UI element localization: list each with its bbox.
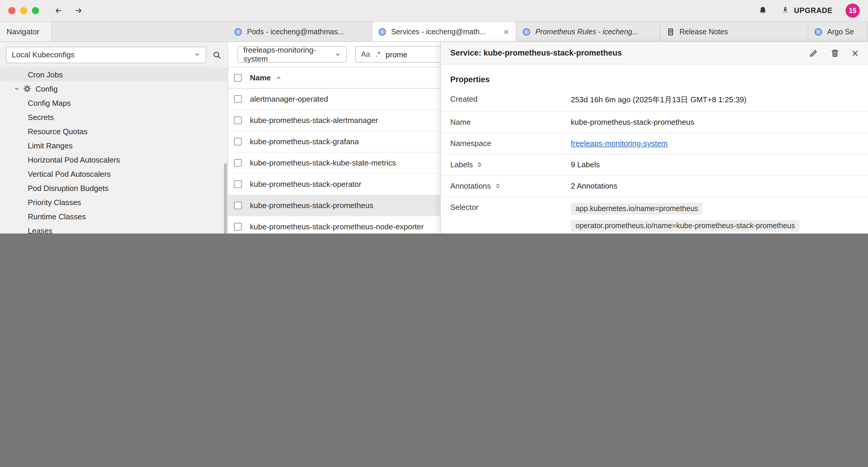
sidebar-item-runtime-classes[interactable]: Runtime Classes [0, 209, 227, 224]
navigator-panel-tab[interactable]: Navigator [0, 22, 52, 41]
sidebar-item-cron-jobs[interactable]: Cron Jobs [0, 67, 227, 82]
kubeconfig-selector[interactable]: Local Kubeconfigs [6, 47, 206, 63]
upgrade-button[interactable]: UPGRADE [780, 6, 833, 16]
namespace-link[interactable]: freeleaps-monitoring-system [571, 139, 668, 148]
detail-value: 9 Labels [571, 160, 859, 169]
row-checkbox[interactable] [234, 223, 242, 231]
tree-label: Resource Quotas [28, 127, 88, 136]
detail-key: Annotations [450, 181, 491, 191]
document-icon [666, 28, 675, 36]
tab-release-notes[interactable]: Release Notes [660, 22, 808, 41]
detail-key: Created [450, 95, 571, 104]
service-name: alertmanager-operated [250, 95, 328, 104]
detail-key: Name [450, 118, 571, 126]
notifications-bell-icon[interactable] [758, 6, 767, 16]
row-checkbox[interactable] [234, 116, 242, 124]
minimize-window-button[interactable] [20, 7, 27, 14]
sidebar-scrollbar[interactable] [224, 163, 227, 233]
kubernetes-icon [378, 28, 386, 36]
namespace-selector-value: freeleaps-monitoring-system [243, 46, 335, 63]
upgrade-label: UPGRADE [794, 6, 833, 15]
tab-services[interactable]: Services - icecheng@math... × [372, 22, 517, 41]
sidebar-item-config[interactable]: Config [0, 82, 227, 96]
sort-ascending-icon [276, 75, 282, 81]
kubernetes-icon [814, 28, 823, 36]
window-controls [8, 7, 39, 14]
kubernetes-icon [234, 28, 242, 36]
tree-label: Secrets [28, 113, 54, 121]
detail-value: 2 Annotations [571, 181, 859, 191]
notification-count-badge[interactable]: 15 [845, 4, 860, 18]
sidebar-item-config-maps[interactable]: Config Maps [0, 96, 227, 110]
kubernetes-icon [522, 28, 531, 36]
tree-label: Priority Classes [28, 198, 81, 207]
chevron-down-icon [335, 51, 341, 58]
name-column-header[interactable]: Name [250, 73, 271, 82]
drawer-header: Service: kube-prometheus-stack-prometheu… [441, 42, 868, 64]
service-name: kube-prometheus-stack-operator [250, 180, 361, 188]
navigator-title: Navigator [6, 27, 39, 36]
close-window-button[interactable] [8, 7, 16, 14]
detail-value: 253d 16h 6m ago (2025年1月13日 GMT+8 1:25:3… [571, 95, 859, 105]
tab-strip: Navigator Pods - icecheng@mathmas... Ser… [0, 22, 868, 42]
chevron-down-icon [13, 85, 20, 92]
row-checkbox[interactable] [234, 159, 242, 167]
sidebar-item-priority-classes[interactable]: Priority Classes [0, 195, 227, 209]
tree-label: Cron Jobs [28, 70, 63, 79]
close-tab-icon[interactable]: × [502, 27, 510, 36]
sidebar-search-icon[interactable] [212, 50, 222, 59]
gear-icon [23, 85, 31, 93]
navigator-sidebar: Local Kubeconfigs Cron Jobs Config Confi… [0, 42, 228, 233]
detail-row-created: Created 253d 16h 6m ago (2025年1月13日 GMT+… [441, 89, 868, 112]
tree-label: Pod Disruption Budgets [28, 183, 108, 193]
sidebar-item-pod-disruption-budgets[interactable]: Pod Disruption Budgets [0, 181, 227, 195]
sidebar-item-leases[interactable]: Leases [0, 224, 227, 233]
tab-pods[interactable]: Pods - icecheng@mathmas... [228, 22, 372, 41]
expand-collapse-icon[interactable] [494, 183, 501, 189]
maximize-window-button[interactable] [32, 7, 39, 14]
service-details-drawer: Service: kube-prometheus-stack-prometheu… [440, 42, 868, 233]
service-name: kube-prometheus-stack-grafana [250, 137, 359, 146]
service-name: kube-prometheus-stack-alertmanager [250, 116, 378, 125]
window-titlebar: UPGRADE 15 [0, 0, 868, 22]
row-checkbox[interactable] [234, 202, 242, 209]
tab-prometheus-rules[interactable]: Prometheus Rules - icecheng... [517, 22, 660, 41]
namespace-selector[interactable]: freeleaps-monitoring-system [238, 46, 347, 63]
sidebar-item-horizontal-pod-autoscalers[interactable]: Horizontal Pod Autoscalers [0, 152, 227, 167]
tree-label: Limit Ranges [28, 141, 73, 150]
service-name: kube-prometheus-stack-prometheus-node-ex… [250, 222, 424, 231]
row-checkbox[interactable] [234, 95, 242, 103]
sidebar-item-limit-ranges[interactable]: Limit Ranges [0, 138, 227, 152]
detail-key: Selector [450, 203, 571, 212]
sidebar-item-secrets[interactable]: Secrets [0, 110, 227, 124]
tree-label: Runtime Classes [28, 212, 86, 221]
tab-label: Release Notes [680, 28, 728, 36]
kubeconfig-selector-value: Local Kubeconfigs [12, 50, 75, 59]
case-sensitive-toggle[interactable]: Aa [361, 50, 370, 59]
detail-row-labels: Labels 9 Labels [441, 154, 868, 176]
sidebar-item-vertical-pod-autoscalers[interactable]: Vertical Pod Autoscalers [0, 167, 227, 181]
regex-toggle[interactable]: .* [375, 50, 380, 59]
sidebar-item-resource-quotas[interactable]: Resource Quotas [0, 124, 227, 138]
edit-pencil-icon[interactable] [809, 48, 819, 58]
row-checkbox[interactable] [234, 180, 242, 188]
close-drawer-icon[interactable]: × [852, 47, 859, 59]
tree-label: Config Maps [28, 98, 71, 107]
row-checkbox[interactable] [234, 138, 242, 145]
section-heading-properties: Properties [450, 75, 859, 84]
back-icon[interactable] [54, 6, 63, 15]
tree-label: Horizontal Pod Autoscalers [28, 155, 120, 164]
detail-key: Labels [450, 160, 473, 169]
tab-label: Pods - icecheng@mathmas... [247, 28, 344, 36]
tab-strip-spacer [52, 22, 228, 41]
app-window: UPGRADE 15 Navigator Pods - icecheng@mat… [0, 0, 868, 233]
expand-collapse-icon[interactable] [476, 162, 483, 168]
delete-trash-icon[interactable] [831, 48, 840, 58]
detail-key: Namespace [450, 139, 571, 148]
chevron-down-icon [194, 52, 200, 58]
forward-icon[interactable] [74, 6, 83, 15]
tab-argo[interactable]: Argo Se [808, 22, 868, 41]
select-all-checkbox[interactable] [234, 74, 242, 82]
selector-chip: app.kubernetes.io/name=prometheus [571, 203, 703, 214]
service-name: kube-prometheus-stack-kube-state-metrics [250, 158, 396, 167]
